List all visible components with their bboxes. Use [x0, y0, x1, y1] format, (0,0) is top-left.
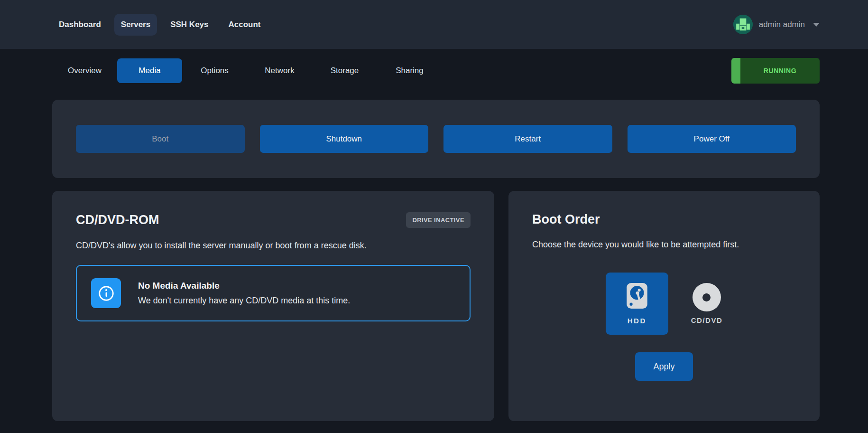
boot-devices-row: HDD CD/DVD — [532, 273, 796, 335]
tab-media[interactable]: Media — [117, 58, 182, 83]
shutdown-button[interactable]: Shutdown — [260, 125, 429, 153]
cddvd-label: CD/DVD — [691, 316, 723, 324]
power-off-button[interactable]: Power Off — [628, 125, 796, 153]
cdrom-card: CD/DVD-ROM DRIVE INACTIVE CD/DVD's allow… — [52, 191, 494, 421]
drive-inactive-badge: DRIVE INACTIVE — [406, 212, 471, 228]
tab-network[interactable]: Network — [247, 58, 312, 83]
no-media-alert-title: No Media Available — [138, 281, 350, 291]
boot-order-title: Boot Order — [532, 212, 796, 227]
main-nav: Dashboard Servers SSH Keys Account — [52, 14, 268, 36]
cards-row: CD/DVD-ROM DRIVE INACTIVE CD/DVD's allow… — [52, 191, 820, 421]
tab-options[interactable]: Options — [182, 58, 247, 83]
top-navbar: Dashboard Servers SSH Keys Account admin… — [0, 0, 868, 49]
boot-button[interactable]: Boot — [76, 125, 245, 153]
user-avatar-icon — [733, 15, 753, 34]
disc-icon — [693, 283, 721, 311]
restart-button[interactable]: Restart — [443, 125, 612, 153]
user-menu[interactable]: admin admin — [733, 15, 820, 34]
server-status-badge: RUNNING — [731, 58, 820, 84]
hdd-icon — [626, 282, 648, 311]
nav-item-servers[interactable]: Servers — [114, 14, 157, 36]
user-name: admin admin — [759, 20, 805, 29]
cdrom-card-header: CD/DVD-ROM DRIVE INACTIVE — [76, 212, 471, 228]
chevron-down-icon — [813, 23, 820, 27]
boot-order-description: Choose the device you would like to be a… — [532, 240, 796, 250]
nav-item-dashboard[interactable]: Dashboard — [52, 14, 108, 36]
cdrom-card-title: CD/DVD-ROM — [76, 213, 159, 227]
boot-device-hdd[interactable]: HDD — [606, 273, 668, 335]
cdrom-card-description: CD/DVD's allow you to install the server… — [76, 241, 471, 251]
tab-storage[interactable]: Storage — [312, 58, 377, 83]
no-media-alert-message: We don't currently have any CD/DVD media… — [138, 296, 350, 306]
apply-row: Apply — [532, 352, 796, 381]
tab-sharing[interactable]: Sharing — [377, 58, 442, 83]
apply-button[interactable]: Apply — [635, 352, 693, 381]
no-media-alert-text: No Media Available We don't currently ha… — [138, 281, 350, 306]
server-tabs-row: Overview Media Options Network Storage S… — [52, 57, 820, 84]
boot-device-cddvd[interactable]: CD/DVD — [691, 283, 723, 324]
no-media-alert: No Media Available We don't currently ha… — [76, 265, 471, 321]
tab-overview[interactable]: Overview — [52, 58, 117, 83]
main-content: Overview Media Options Network Storage S… — [0, 57, 868, 421]
power-actions-panel: Boot Shutdown Restart Power Off — [52, 100, 820, 178]
hdd-label: HDD — [628, 317, 646, 325]
nav-item-ssh-keys[interactable]: SSH Keys — [164, 14, 215, 36]
server-tabs: Overview Media Options Network Storage S… — [52, 58, 442, 83]
server-status-label: RUNNING — [764, 67, 797, 75]
info-icon — [91, 278, 121, 308]
boot-order-card: Boot Order Choose the device you would l… — [508, 191, 820, 421]
nav-item-account[interactable]: Account — [222, 14, 268, 36]
